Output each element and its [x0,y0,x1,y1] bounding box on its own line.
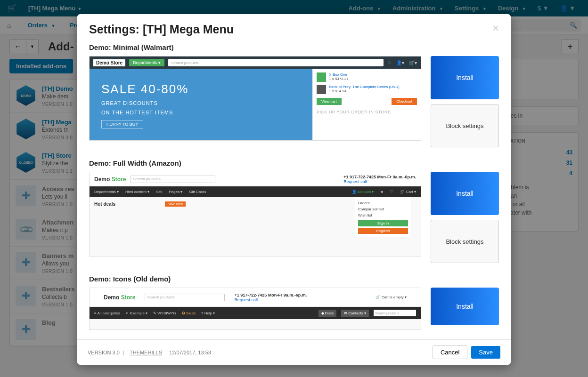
block-settings-button[interactable]: Block settings [431,104,499,147]
demo-preview: Demo Store Departments ▾ Search products… [89,56,421,141]
settings-modal: Settings: [TH] Mega Menu × Demo: Minimal… [77,14,511,356]
install-button[interactable]: Install [431,56,499,99]
demo-title: Demo: Icons (Old demo) [89,275,499,283]
install-button[interactable]: Install [431,172,499,215]
demo-title: Demo: Full Width (Amazon) [89,159,499,167]
demo-preview: Demo Store Search products +1 917-722-74… [89,288,421,330]
install-button[interactable]: Install [431,288,499,325]
save-button[interactable]: Save [471,346,500,356]
demo-preview: Demo Store Search products +1 917-722-74… [89,172,421,257]
close-icon[interactable]: × [492,23,499,34]
modal-title: Settings: [TH] Mega Menu [89,23,492,36]
modal-meta: VERSION 3.0 | THEMEHILLS 12/07/2017, 13:… [88,350,211,355]
vendor-link[interactable]: THEMEHILLS [130,350,162,355]
demo-title: Demo: Minimal (Walmart) [89,43,499,51]
cancel-button[interactable]: Cancel [433,345,467,356]
block-settings-button[interactable]: Block settings [431,220,499,263]
